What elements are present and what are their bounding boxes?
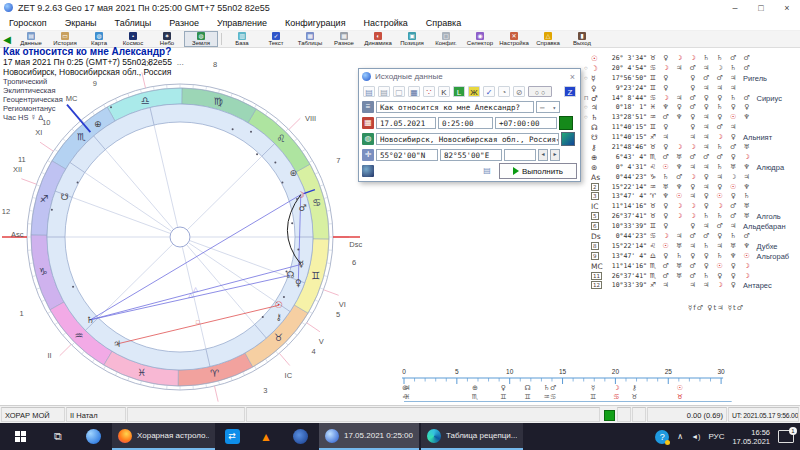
dialog-close-icon[interactable]: × [570, 72, 577, 82]
table-row-6: ○♄13°28'51"♒♂♆♀♃♀☉♆ [584, 113, 798, 123]
house-label-II: II [47, 351, 51, 360]
help-tray-icon[interactable]: ? [655, 430, 669, 444]
table-row-23: 1210°33'39"♐♃♃♃☽♀Антарес [584, 281, 798, 291]
toolbar-button-11[interactable]: ▣Позиция [395, 31, 429, 47]
timezone-input[interactable]: +07:00:00 [495, 117, 557, 129]
globe-icon[interactable]: ◍ [362, 133, 374, 145]
chart-type-select[interactable]: –▾ [536, 101, 560, 113]
dialog-tool-icon-8[interactable]: ✓ [483, 86, 495, 97]
dialog-footer: ▤ Выполнить [359, 163, 580, 179]
menu-item-3[interactable]: Разное [160, 18, 208, 28]
close-button[interactable]: × [774, 3, 800, 13]
taskbar-clock[interactable]: 16:5617.05.2021 [732, 428, 770, 446]
status-natal[interactable]: II Натал [66, 407, 126, 422]
task-view-button[interactable]: ⧉ [40, 423, 76, 450]
toolbar-button-14[interactable]: ✕Настройка [497, 31, 531, 47]
execute-button[interactable]: Выполнить [499, 163, 577, 179]
dialog-tool-icon-1[interactable]: ▤ [378, 86, 390, 97]
volume-icon[interactable]: ◄) [691, 433, 700, 440]
player-icon[interactable] [283, 423, 317, 450]
toolbar-button-16[interactable]: ▮Выход [565, 31, 599, 47]
menu-item-1[interactable]: Экраны [56, 18, 106, 28]
status-mode[interactable]: ХОРАР МОЙ [1, 407, 65, 422]
dialog-tool-icon-7[interactable]: Ж [468, 86, 480, 97]
table-row-14: 313°47' 4"♈♆☉♃♀☉♀♄ [584, 192, 798, 202]
toolbar-button-12[interactable]: ▢Конфиг. [429, 31, 463, 47]
dialog-tool-icon-3[interactable]: ▦ [408, 86, 420, 97]
house-number-6: 6 [352, 258, 356, 267]
fixed-star-dot [291, 222, 293, 224]
time-input[interactable]: 0:25:00 [438, 117, 493, 129]
dialog-tool-icon-12[interactable]: Z [564, 86, 576, 97]
svg-text:♃: ♃ [404, 384, 410, 392]
language-indicator[interactable]: РУС [708, 432, 724, 441]
menu-bar: ГороскопЭкраныТаблицыРазноеУправлениеКон… [0, 15, 800, 31]
back-arrow-icon[interactable]: ◀ [0, 34, 14, 45]
body-glyph: 3 [591, 192, 602, 202]
atlas-button[interactable] [561, 132, 575, 146]
spin-left-icon[interactable]: ◂ [538, 149, 548, 161]
taskbar-zet[interactable]: 17.05.2021 0:25:00 [319, 423, 419, 450]
coordinates-icon[interactable]: ✛ [362, 149, 374, 161]
copy-icon[interactable]: ▤ [481, 165, 493, 177]
world-icon[interactable] [362, 165, 374, 177]
toolbar-button-15[interactable]: △Справка [531, 31, 565, 47]
fixed-star-dot [250, 131, 252, 133]
svg-text:5: 5 [455, 368, 459, 375]
fixed-star-name [754, 153, 799, 163]
wheel-planet-node: ☊ [287, 270, 295, 280]
dialog-tool-icon-10[interactable]: ⊘ [513, 86, 525, 97]
body-glyph: MC [591, 262, 602, 272]
svg-text:10: 10 [506, 368, 514, 375]
svg-text:⊕: ⊕ [472, 384, 478, 392]
notification-icon[interactable]: 1 [778, 430, 794, 443]
dialog-tool-icon-6[interactable]: L [453, 86, 465, 97]
настройка-icon: ✕ [510, 32, 518, 40]
fixed-star-name: Антарес [740, 281, 798, 291]
calendar-icon[interactable]: ▦ [362, 117, 374, 129]
body-glyph: ♂ [591, 94, 602, 104]
start-button[interactable] [0, 423, 40, 450]
latitude-input[interactable]: 55°02'00"N [376, 149, 438, 161]
dialog-tool-icon-9[interactable]: ◔ [498, 86, 510, 97]
dialog-tool-icon-2[interactable]: ▢ [393, 86, 405, 97]
teamviewer-icon[interactable]: ⇄ [215, 423, 249, 450]
dialog-tool-icon-11[interactable]: ○ ○ [528, 86, 552, 97]
svg-text:0: 0 [402, 368, 406, 375]
toolbar-button-13[interactable]: ◉Селектор [463, 31, 497, 47]
menu-item-0[interactable]: Гороскоп [0, 18, 56, 28]
taskbar-edge[interactable]: Таблица рецепци... [421, 423, 523, 450]
spin-right-icon[interactable]: ▸ [550, 149, 560, 161]
toolbar-label: Конфиг. [435, 40, 457, 47]
chevron-down-icon: ▾ [556, 134, 559, 144]
vlc-icon[interactable]: ▲ [249, 423, 283, 450]
minimize-button[interactable]: – [722, 3, 748, 13]
svg-text:△: △ [193, 286, 198, 292]
dialog-tool-icon-5[interactable]: K [438, 86, 450, 97]
menu-item-5[interactable]: Конфигурация [276, 18, 354, 28]
dialog-tool-icon-4[interactable]: ∵ [423, 86, 435, 97]
dialog-title-bar[interactable]: Исходные данные × [359, 69, 580, 84]
fixed-star-dot [297, 248, 299, 250]
now-button[interactable] [559, 116, 573, 130]
house-number-12: 12 [2, 207, 10, 216]
date-input[interactable]: 17.05.2021 [376, 117, 436, 129]
menu-item-2[interactable]: Таблицы [106, 18, 161, 28]
longitude-input[interactable]: 82°55'00"E [440, 149, 502, 161]
ellipsis: ... [177, 57, 184, 67]
выход-icon: ▮ [578, 32, 586, 40]
menu-item-7[interactable]: Справка [417, 18, 470, 28]
dialog-tool-icon-0[interactable]: ▤ [363, 86, 375, 97]
svg-text:20: 20 [612, 368, 620, 375]
menu-item-4[interactable]: Управление [208, 18, 276, 28]
altitude-input[interactable] [504, 149, 536, 161]
maximize-button[interactable]: □ [748, 3, 774, 13]
tray-chevron-icon[interactable]: ∧ [677, 432, 683, 441]
menu-item-6[interactable]: Настройка [355, 18, 417, 28]
wheel-planet-mars: ♂ [299, 203, 307, 213]
place-select[interactable]: Новосибирск, Новосибирская обл., Россия▾ [376, 133, 559, 145]
event-icon[interactable]: ≡ [362, 101, 374, 113]
browser-swirl-icon[interactable] [76, 423, 110, 450]
taskbar-firefox[interactable]: Хорарная астроло... [112, 423, 215, 450]
question-input[interactable]: Как относится ко мне Александр? [376, 101, 534, 113]
